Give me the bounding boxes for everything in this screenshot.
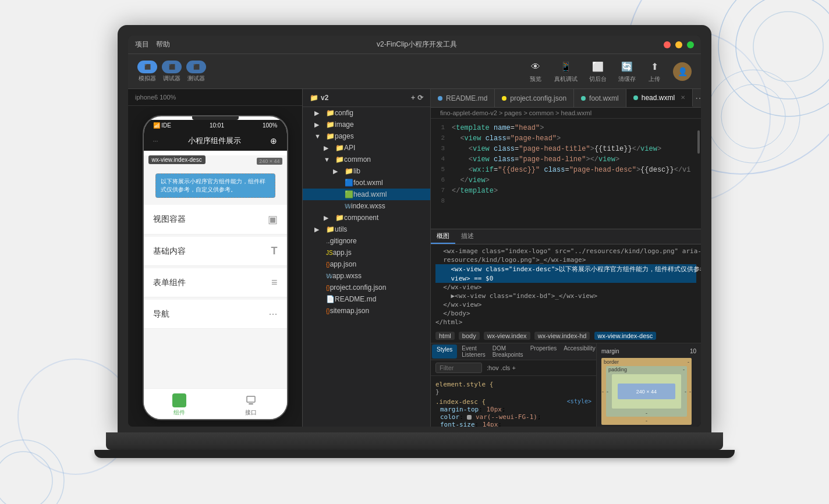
phone-section-1[interactable]: 基础内容 T	[144, 237, 287, 266]
box-model-header: margin 10	[601, 348, 696, 354]
dom-line-7: </wx-view>	[435, 300, 696, 309]
folder-icon-utils: 📁	[326, 225, 335, 233]
file-tree-icon-refresh[interactable]: ⟳	[417, 94, 423, 102]
close-button[interactable]	[664, 41, 671, 48]
tree-item-gitignore[interactable]: . .gitignore	[303, 235, 430, 247]
root-folder-icon: 📁	[310, 94, 318, 102]
file-icon-app-js: JS	[326, 250, 333, 256]
main-content: iphone6 100% 📶 IDE 10:01 100% ···	[128, 89, 701, 427]
phone-app-header: ··· 小程序组件展示 ⊕	[144, 131, 287, 151]
margin-left-label: -	[602, 389, 604, 395]
tree-item-index-wxss[interactable]: 𝕎 index.wxss	[303, 200, 430, 212]
tree-item-image[interactable]: ▶ 📁 image	[303, 119, 430, 130]
simulate-button[interactable]: ⬛ 模拟器	[137, 61, 157, 83]
test-button[interactable]: ⬛ 测试器	[186, 61, 206, 83]
file-icon-foot-wxml: 🟦	[345, 179, 353, 187]
styles-tab[interactable]: Styles	[432, 345, 457, 359]
breadcrumb-selectors: html body wx-view.index wx-view.index-hd…	[431, 329, 701, 343]
tab-close-head[interactable]: ✕	[681, 94, 685, 101]
element-label: wx-view.index-desc	[148, 155, 206, 164]
menu-item-help[interactable]: 帮助	[156, 40, 170, 49]
file-label-component: component	[344, 214, 378, 222]
tree-item-project-config[interactable]: {} project.config.json	[303, 282, 430, 293]
nav-item-components[interactable]: 组件	[144, 393, 215, 417]
tree-item-pages[interactable]: ▼ 📁 pages	[303, 130, 430, 142]
tree-item-common[interactable]: ▼ 📁 common	[303, 154, 430, 165]
cut-action[interactable]: ⬜ 切后台	[589, 60, 607, 83]
selector-wx-view-index-desc[interactable]: wx-view.index-desc	[594, 332, 657, 340]
clear-cache-icon: 🔄	[620, 60, 634, 74]
dom-line-3[interactable]: <wx-view class="index-desc">以下将展示小程序官方组件…	[435, 264, 696, 274]
toolbar-right: 👁 预览 📱 真机调试 ⬜ 切后台 🔄 清缓存	[529, 60, 692, 83]
tree-item-foot-wxml[interactable]: 🟦 foot.wxml	[303, 177, 430, 189]
tree-item-sitemap[interactable]: {} sitemap.json	[303, 305, 430, 317]
phone-section-2[interactable]: 表单组件 ≡	[144, 268, 287, 297]
tab-label-foot: foot.wxml	[589, 94, 619, 102]
title-bar: 项目 帮助 v2-FinClip小程序开发工具	[128, 36, 701, 54]
code-line-2: 2 <view class="page-head">	[431, 134, 701, 144]
debug-button[interactable]: ⬛ 调试器	[162, 61, 182, 83]
minimize-button[interactable]	[675, 41, 682, 48]
tree-item-app-wxss[interactable]: 𝕎 app.wxss	[303, 270, 430, 282]
svg-point-0	[718, 0, 829, 116]
nav-item-interface[interactable]: 接口	[215, 393, 287, 417]
file-label-pages: pages	[335, 132, 354, 140]
code-editor[interactable]: 1 <template name="head"> 2 <view class="…	[431, 119, 701, 229]
tab-dot-readme	[438, 96, 442, 101]
chevron-right-icon: ▶	[324, 214, 333, 222]
content-box: 240 × 44	[618, 384, 675, 399]
user-avatar[interactable]: 👤	[673, 62, 692, 81]
upload-action[interactable]: ⬆ 上传	[647, 60, 661, 83]
phone-section-0[interactable]: 视图容器 ▣	[144, 205, 287, 235]
real-debug-action[interactable]: 📱 真机调试	[554, 60, 578, 83]
selector-body[interactable]: body	[459, 332, 480, 340]
toolbar-left: ⬛ 模拟器 ⬛ 调试器 ⬛ 测试器	[137, 61, 206, 83]
tree-item-head-wxml[interactable]: 🟩 head.wxml	[303, 189, 430, 200]
tree-item-app-js[interactable]: JS app.js	[303, 247, 430, 258]
svg-rect-9	[175, 401, 179, 405]
accessibility-tab[interactable]: Accessibility	[560, 343, 596, 360]
tree-item-config[interactable]: ▶ 📁 config	[303, 107, 430, 119]
inspector-tab-overview[interactable]: 概图	[431, 229, 455, 244]
tab-readme[interactable]: README.md	[431, 89, 495, 107]
tree-item-component[interactable]: ▶ 📁 component	[303, 212, 430, 223]
properties-tab[interactable]: Properties	[527, 343, 561, 360]
selector-html[interactable]: html	[435, 332, 455, 340]
dom-line-9: </html>	[435, 318, 696, 326]
phone-section-3[interactable]: 导航 ···	[144, 300, 287, 329]
inspector-panel: 概图 描述 <wx-image class="index-logo" src="…	[431, 229, 701, 427]
tree-item-readme[interactable]: 📄 README.md	[303, 293, 430, 305]
menu-item-project[interactable]: 项目	[135, 40, 149, 49]
margin-label: margin	[601, 348, 619, 354]
tab-dot-head	[633, 95, 638, 100]
cut-icon: ⬜	[591, 60, 605, 74]
file-tree-icon-new[interactable]: +	[411, 94, 415, 102]
selector-wx-view-index[interactable]: wx-view.index	[484, 332, 530, 340]
padding-right-label: -	[685, 389, 686, 395]
preview-action[interactable]: 👁 预览	[529, 60, 543, 83]
tab-head-wxml[interactable]: head.wxml ✕	[626, 89, 693, 107]
inspector-tab-desc[interactable]: 描述	[455, 229, 480, 244]
code-line-3: 3 <view class="page-head-title">{{title}…	[431, 144, 701, 155]
tab-more-button[interactable]: ⋯	[695, 93, 701, 104]
nav-label-components: 组件	[173, 409, 185, 417]
tree-item-utils[interactable]: ▶ 📁 utils	[303, 223, 430, 235]
tree-item-lib[interactable]: ▶ 📁 lib	[303, 165, 430, 177]
dom-line-4[interactable]: view> == $0	[435, 274, 696, 283]
selector-wx-view-index-hd[interactable]: wx-view.index-hd	[534, 332, 590, 340]
file-label-app-wxss: app.wxss	[332, 272, 362, 280]
svg-point-5	[0, 440, 64, 504]
clear-cache-action[interactable]: 🔄 清缓存	[618, 60, 636, 83]
maximize-button[interactable]	[687, 41, 694, 48]
tree-item-app-json[interactable]: {} app.json	[303, 258, 430, 270]
dom-breakpoints-tab[interactable]: DOM Breakpoints	[489, 343, 527, 360]
tab-foot-wxml[interactable]: foot.wxml	[574, 89, 626, 107]
filter-input[interactable]	[435, 363, 482, 373]
event-listeners-tab[interactable]: Event Listeners	[458, 343, 489, 360]
tree-item-api[interactable]: ▶ 📁 API	[303, 142, 430, 154]
phone-container: 📶 IDE 10:01 100% ··· 小程序组件展示 ⊕	[128, 106, 302, 427]
tab-project-config[interactable]: project.config.json	[495, 89, 574, 107]
file-icon-project-config: {}	[326, 285, 330, 291]
file-label-image: image	[335, 120, 354, 129]
element-highlight-container: wx-view.index-desc 240 × 44 以下将展示小程序官方组件…	[148, 155, 282, 198]
